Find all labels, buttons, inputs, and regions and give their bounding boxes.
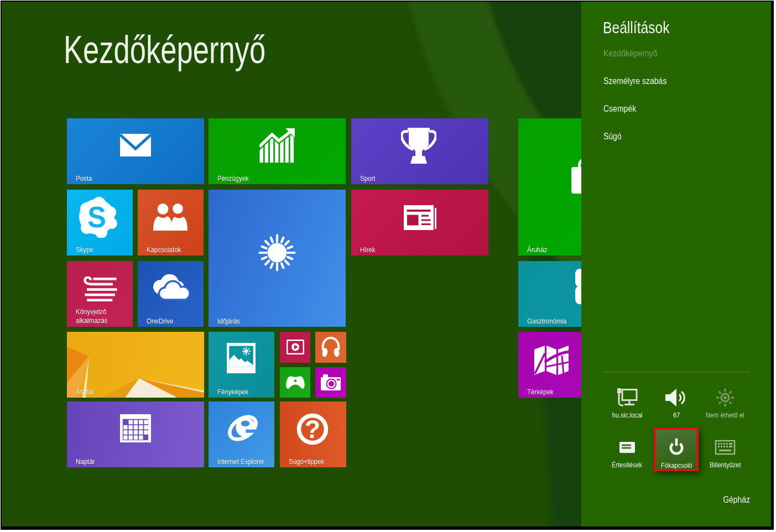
svg-text:S: S: [87, 200, 106, 233]
svg-text:?: ?: [305, 415, 320, 444]
